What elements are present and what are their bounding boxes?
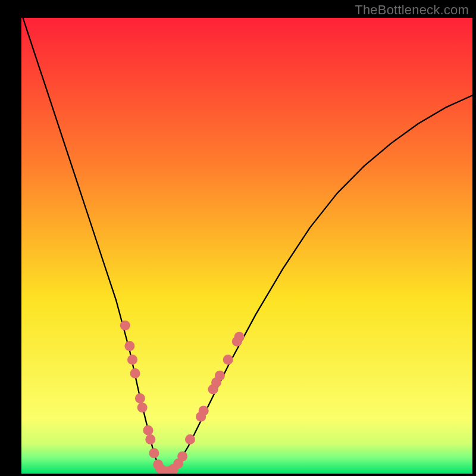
data-point-marker [223,355,233,365]
data-point-marker [234,332,245,342]
data-point-marker [120,321,130,331]
data-point-marker [135,393,145,403]
data-point-marker [177,451,187,461]
data-point-marker [127,355,137,365]
data-point-marker [215,371,225,381]
data-point-marker [124,341,134,351]
data-point-marker [145,434,155,444]
data-point-marker [137,402,148,412]
data-point-marker [199,406,209,416]
plot-area [21,18,472,474]
data-point-marker [149,448,159,458]
watermark-text: TheBottleneck.com [355,2,469,18]
chart-svg [21,18,472,474]
data-point-marker [130,368,140,378]
data-point-marker [143,425,154,436]
data-point-marker [185,434,195,444]
outer-frame: TheBottleneck.com [0,0,476,476]
bottleneck-curve [21,18,472,473]
